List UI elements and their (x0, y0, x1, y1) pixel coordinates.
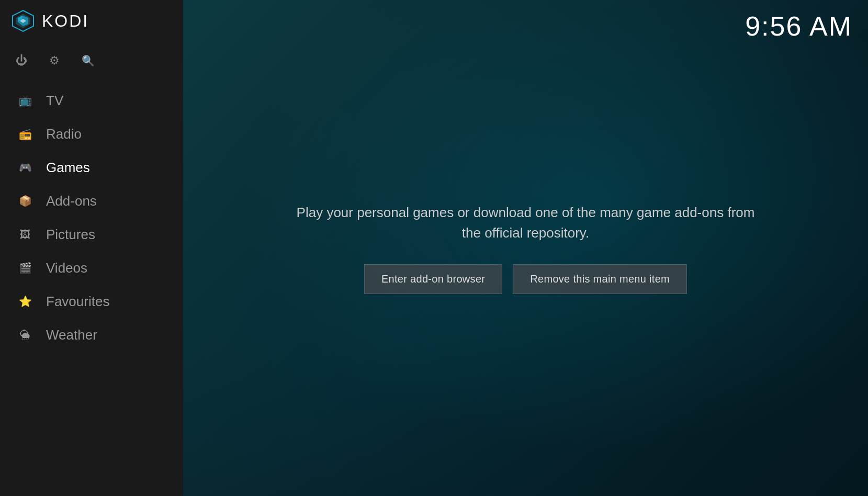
app-title: KODI (42, 12, 89, 31)
sidebar-item-favourites-label: Favourites (46, 294, 109, 310)
sidebar-item-weather-label: Weather (46, 327, 97, 343)
sidebar-item-videos-label: Videos (46, 260, 87, 276)
sidebar-item-videos[interactable]: Videos (0, 251, 183, 285)
games-description: Play your personal games or download one… (290, 202, 761, 243)
sidebar-item-pictures[interactable]: Pictures (0, 218, 183, 251)
sidebar-item-weather[interactable]: Weather (0, 318, 183, 352)
favourites-icon (16, 292, 35, 311)
weather-icon (16, 325, 35, 344)
sidebar-item-favourites[interactable]: Favourites (0, 285, 183, 318)
power-icon[interactable] (16, 53, 27, 67)
tv-icon (16, 91, 35, 110)
sidebar-nav: TV Radio Games Add-ons Pictures Videos F… (0, 78, 183, 496)
sidebar-toolbar (0, 42, 183, 78)
sidebar: KODI TV Radio Games Add-ons Pictures (0, 0, 183, 496)
videos-icon (16, 258, 35, 277)
enter-addon-browser-button[interactable]: Enter add-on browser (364, 264, 502, 294)
sidebar-item-addons-label: Add-ons (46, 193, 97, 209)
sidebar-item-radio-label: Radio (46, 126, 82, 142)
app-header: KODI (0, 0, 183, 42)
sidebar-item-tv[interactable]: TV (0, 84, 183, 117)
sidebar-item-radio[interactable]: Radio (0, 117, 183, 151)
radio-icon (16, 125, 35, 143)
addons-icon (16, 191, 35, 210)
pictures-icon (16, 225, 35, 244)
main-content: 9:56 AM Play your personal games or down… (183, 0, 868, 496)
action-buttons: Enter add-on browser Remove this main me… (364, 264, 687, 294)
sidebar-item-addons[interactable]: Add-ons (0, 184, 183, 218)
sidebar-item-pictures-label: Pictures (46, 227, 95, 243)
sidebar-item-games[interactable]: Games (0, 151, 183, 184)
remove-menu-item-button[interactable]: Remove this main menu item (513, 264, 687, 294)
games-icon (16, 158, 35, 177)
sidebar-item-tv-label: TV (46, 93, 63, 109)
search-icon[interactable] (82, 53, 95, 67)
settings-icon[interactable] (49, 53, 60, 67)
kodi-logo-icon (10, 8, 36, 33)
content-panel: Play your personal games or download one… (290, 202, 761, 294)
sidebar-item-games-label: Games (46, 160, 90, 176)
clock-display: 9:56 AM (745, 10, 852, 42)
